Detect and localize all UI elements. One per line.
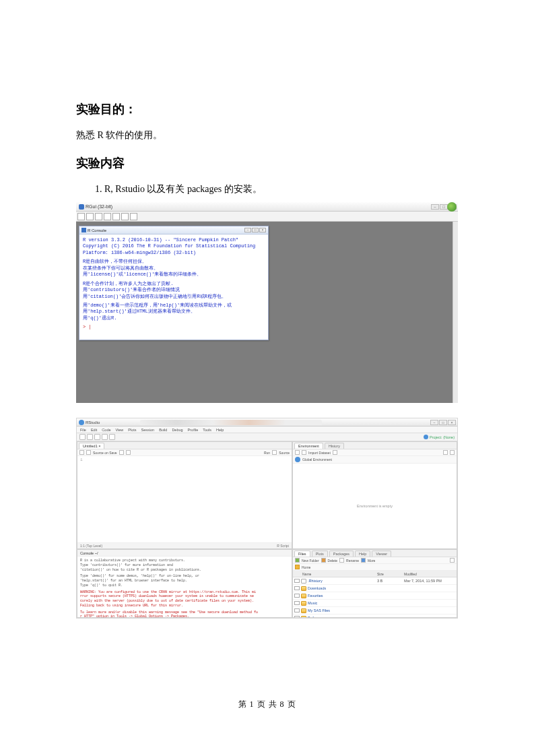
tab-untitled1[interactable]: Untitled1 × — [79, 443, 104, 449]
files-row[interactable]: My SAS Files — [293, 607, 457, 615]
menu-code[interactable]: Code — [102, 428, 110, 432]
print-icon[interactable] — [102, 434, 108, 440]
close-button[interactable]: × — [259, 228, 266, 232]
new-folder-icon[interactable] — [295, 558, 300, 563]
source-button[interactable]: Source — [279, 451, 290, 455]
file-name[interactable]: .Rhistory — [308, 579, 377, 583]
source-editor[interactable]: 1 — [77, 456, 292, 542]
col-size[interactable]: Size — [377, 572, 404, 576]
menu-plots[interactable]: Plots — [128, 428, 136, 432]
env-scope[interactable]: Global Environment — [302, 458, 332, 462]
import-dataset-button[interactable]: Import Dataset — [308, 451, 331, 455]
files-header-row: Name Size Modified — [293, 571, 457, 577]
paste-icon[interactable] — [112, 213, 120, 220]
console-line: 用'contributors()'来看合作者的详细情况 — [83, 287, 265, 293]
open-file-icon[interactable] — [87, 434, 93, 440]
console-line: 用'demo()'来看一些示范程序，用'help()'来阅读在线帮助文件，或 — [83, 303, 265, 309]
load-workspace-icon[interactable] — [295, 450, 300, 455]
files-row[interactable]: .Rhistory3 BMar 7, 2014, 11:59 PM — [293, 577, 457, 585]
delete-icon[interactable] — [321, 558, 326, 563]
col-modified[interactable]: Modified — [404, 572, 457, 576]
files-row[interactable]: Python — [293, 615, 457, 617]
files-tabs: Files Plots Packages Help Viewer — [293, 550, 457, 557]
compile-icon[interactable] — [126, 450, 131, 455]
r-console-body[interactable]: R version 3.3.2 (2016-10-31) -- "Sincere… — [79, 234, 268, 334]
checkbox[interactable] — [294, 594, 300, 598]
stop-icon[interactable] — [121, 213, 129, 220]
maximize-button[interactable]: □ — [439, 420, 447, 425]
find-icon[interactable] — [119, 450, 124, 455]
tab-files[interactable]: Files — [294, 550, 310, 557]
tab-packages[interactable]: Packages — [329, 550, 354, 557]
minimize-button[interactable]: – — [431, 204, 439, 210]
more-icon[interactable] — [361, 558, 366, 563]
menu-build[interactable]: Build — [159, 428, 167, 432]
scrollbar-vertical[interactable] — [453, 222, 458, 403]
run-button[interactable]: Run — [264, 451, 270, 455]
addins-icon[interactable] — [109, 434, 115, 440]
menu-profile[interactable]: Profile — [188, 428, 199, 432]
console-prompt[interactable]: > | — [83, 324, 265, 330]
menu-file[interactable]: File — [80, 428, 86, 432]
open-icon[interactable] — [77, 213, 85, 220]
console-body[interactable]: R is a collaborative project with many c… — [77, 557, 292, 617]
tab-history[interactable]: History — [325, 443, 344, 449]
save-icon[interactable] — [95, 213, 102, 220]
save-workspace-icon[interactable] — [302, 450, 306, 455]
file-name[interactable]: Python — [308, 616, 377, 617]
tab-viewer[interactable]: Viewer — [372, 550, 391, 557]
home-icon[interactable] — [295, 565, 300, 569]
back-icon[interactable] — [79, 450, 84, 455]
file-name[interactable]: Downloads — [308, 586, 377, 590]
load-icon[interactable] — [86, 213, 94, 220]
rstudio-toolbar: Project: (None) — [77, 433, 457, 441]
print-icon[interactable] — [130, 213, 137, 220]
close-button[interactable]: × — [448, 420, 456, 425]
files-row[interactable]: Favorites — [293, 592, 457, 600]
copy-icon[interactable] — [104, 213, 111, 220]
menu-view[interactable]: View — [116, 428, 124, 432]
tab-plots[interactable]: Plots — [312, 550, 328, 557]
file-name[interactable]: My SAS Files — [308, 608, 377, 612]
menu-edit[interactable]: Edit — [91, 428, 97, 432]
menu-help[interactable]: Help — [216, 428, 224, 432]
rename-button[interactable]: Rename — [346, 559, 359, 563]
console-line: R是个合作计划，有许多人为之做出了贡献. — [83, 281, 265, 287]
menu-tools[interactable]: Tools — [203, 428, 211, 432]
file-name[interactable]: Favorites — [308, 594, 377, 598]
checkbox[interactable] — [294, 616, 300, 617]
delete-button[interactable]: Delete — [328, 559, 337, 563]
rename-icon[interactable] — [339, 558, 344, 563]
checkbox[interactable] — [294, 586, 300, 590]
source-on-save[interactable]: Source on Save — [93, 451, 117, 455]
tab-help[interactable]: Help — [355, 550, 370, 557]
menu-debug[interactable]: Debug — [172, 428, 182, 432]
r-console-window: R Console – □ × R version 3.3.2 (2016-10… — [79, 226, 269, 340]
console-header: Console ~/ — [77, 550, 292, 557]
breadcrumb-home[interactable]: Home — [302, 565, 310, 569]
refresh-icon[interactable] — [450, 450, 455, 455]
checkbox[interactable] — [294, 579, 300, 583]
checkbox[interactable] — [294, 601, 300, 605]
new-folder-button[interactable]: New Folder — [302, 559, 319, 563]
clear-icon[interactable] — [333, 450, 337, 455]
menu-session[interactable]: Session — [141, 428, 155, 432]
list-icon[interactable] — [443, 450, 448, 455]
minimize-button[interactable]: – — [430, 420, 438, 425]
files-pane: Files Plots Packages Help Viewer New Fol… — [292, 549, 457, 618]
save-icon[interactable] — [86, 450, 91, 455]
files-row[interactable]: Music — [293, 600, 457, 607]
project-menu[interactable]: Project: (None) — [424, 435, 455, 439]
tab-environment[interactable]: Environment — [294, 443, 323, 449]
maximize-button[interactable]: □ — [252, 228, 259, 232]
refresh-icon[interactable] — [450, 558, 455, 563]
more-button[interactable]: More — [368, 559, 375, 563]
save-icon[interactable] — [94, 434, 100, 440]
checkbox[interactable] — [294, 608, 300, 612]
files-row[interactable]: Downloads — [293, 585, 457, 592]
new-file-icon[interactable] — [79, 434, 86, 440]
minimize-button[interactable]: – — [244, 228, 251, 232]
col-name[interactable]: Name — [293, 572, 377, 576]
rerun-icon[interactable] — [272, 450, 277, 455]
file-name[interactable]: Music — [308, 601, 377, 605]
